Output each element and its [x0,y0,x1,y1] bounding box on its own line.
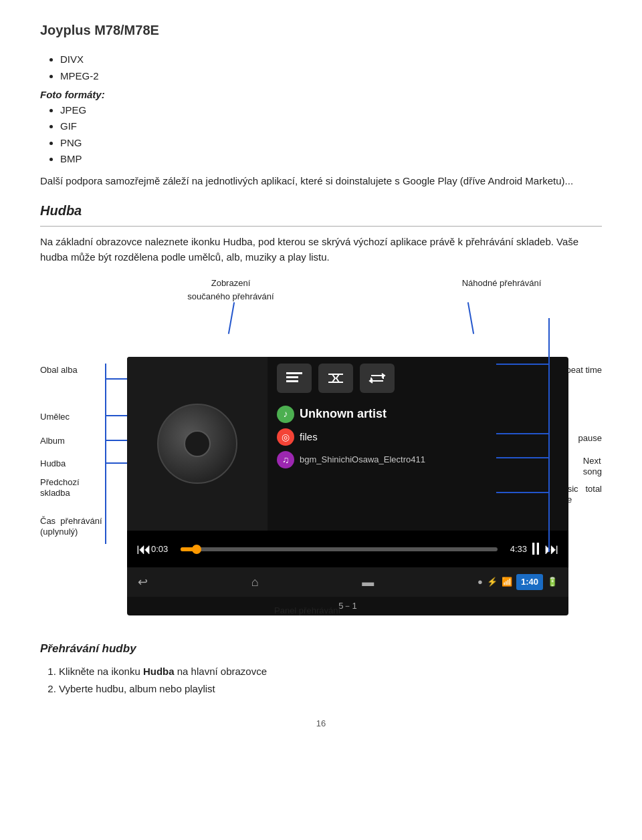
next-btn[interactable]: ⏭ [544,538,559,560]
page-title: Joyplus M78/M78E [40,20,602,40]
label-hudba: Hudba [40,457,66,470]
repeat-icon-btn[interactable] [360,364,395,393]
status-bar-icons: ● ⚡ 📶 1:40 🔋 [477,574,558,590]
song-icon: ♫ [277,451,294,468]
time-elapsed: 0:03 [151,543,175,556]
list-item: GIF [60,119,602,134]
play-step-2: Vyberte hudbu, album nebo playlist [59,682,602,697]
progress-bar[interactable] [181,547,498,551]
label-predchozi: Předchozískladba [40,477,80,498]
home-nav-btn[interactable]: ⌂ [251,573,259,591]
progress-thumb [192,545,201,554]
diagram-area: Zobrazenísouča­ného přehrávání Náhodné p… [40,277,602,624]
play-step-1: Klikněte na ikonku Hudba na hlavní obraz… [59,664,602,680]
player-nav-bar: ↩ ⌂ ▬ ● ⚡ 📶 1:40 🔋 [127,567,568,597]
player-main: ♪ Unknown artist ◎ files ♫ bgm_ShinichiO… [127,357,568,531]
label-obal-alba: Obal alba [40,364,78,377]
shuffle-icon-btn[interactable] [318,364,353,393]
battery-icon: 🔋 [547,575,558,589]
artist-icon: ♪ [277,406,294,423]
prev-btn[interactable]: ⏮ [136,538,151,560]
label-nahodne: Náhodné přehrávání [455,277,548,290]
ann-hline-pause [496,433,550,434]
player-info: ♪ Unknown artist ◎ files ♫ bgm_ShinichiO… [268,357,568,531]
list-item: PNG [60,136,602,151]
player-box: ♪ Unknown artist ◎ files ♫ bgm_ShinichiO… [127,357,568,615]
song-name: bgm_ShinichiOsawa_Electro411 [300,453,425,466]
status-icon-circle: ● [477,575,483,589]
list-item: DIVX [60,52,602,67]
ann-hline-next [496,457,550,458]
track-album-row: ◎ files [277,428,559,446]
pause-btn[interactable]: ⏸ [527,536,544,562]
page-number: 16 [40,717,602,730]
extra-support-text: Další podpora samozřejmě záleží na jedno… [40,174,602,189]
hudba-description: Na základní obrazovce naleznete ikonku H… [40,235,602,265]
label-cas: Čas přehrávání(uplynulý) [40,516,102,537]
play-steps: Klikněte na ikonku Hudba na hlavní obraz… [59,664,602,697]
play-section-title: Přehrávání hudby [40,640,602,658]
player-controls: ⏮ 0:03 4:33 ⏸ ⏭ [127,531,568,567]
ann-vline-right [548,318,550,552]
svg-rect-1 [286,376,298,378]
ann-arrow-nahodne [467,302,474,334]
label-pause: pause [578,432,602,445]
photo-format-list: JPEG GIF PNG BMP [60,103,602,167]
status-icon-usb: ⚡ [487,575,498,589]
label-album: Album [40,434,65,448]
list-item: MPEG-2 [60,69,602,84]
album-icon: ◎ [277,428,294,446]
top-icons-row [277,364,559,393]
play-section: Přehrávání hudby Klikněte na ikonku Hudb… [40,640,602,697]
album-art [127,357,268,531]
list-item: JPEG [60,103,602,118]
ann-arrow-zobrazeni [228,302,235,334]
back-nav-btn[interactable]: ↩ [138,573,148,591]
track-number: 5－1 [127,597,568,615]
label-panel: Panel přehrávání [274,604,340,617]
list-item: BMP [60,152,602,167]
ann-vline-left [105,364,106,544]
hudba-heading: Hudba [40,200,602,221]
track-artist-row: ♪ Unknown artist [277,405,559,423]
album-inner [184,430,211,457]
video-format-list: DIVX MPEG-2 [60,52,602,84]
photo-format-label: Foto formáty: [40,88,602,103]
hudba-keyword: Hudba [143,666,175,677]
album-name: files [300,430,318,445]
section-divider [40,226,602,227]
menu-nav-btn[interactable]: ▬ [362,573,374,591]
label-next-song: Nextsong [583,456,602,476]
label-umelec: Umělec [40,410,70,424]
ann-hline-total [496,492,550,493]
album-circle [157,404,237,484]
status-icon-signal: 📶 [502,575,512,589]
artist-name: Unknown artist [300,405,387,423]
time-total: 4:33 [503,543,527,556]
svg-rect-2 [286,380,298,382]
label-zobrazeni: Zobrazenísouča­ného přehrávání [187,277,274,303]
track-song-row: ♫ bgm_ShinichiOsawa_Electro411 [277,451,559,468]
ann-hline-repeat [496,364,550,365]
status-time: 1:40 [516,574,543,590]
svg-rect-0 [286,372,302,374]
playlist-icon-btn[interactable] [277,364,312,393]
